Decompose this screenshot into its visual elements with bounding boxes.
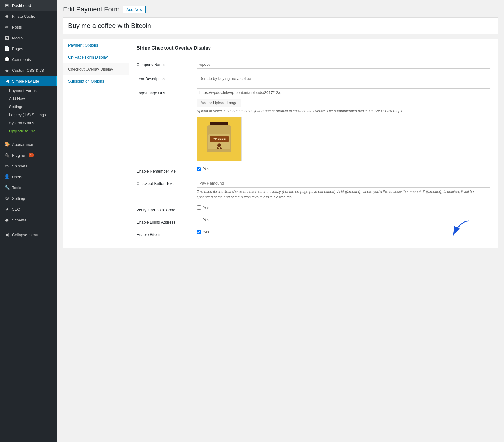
sidebar-item-appearance[interactable]: 🎨 Appearance — [0, 139, 57, 150]
settings-bottom-icon: ⚙ — [4, 196, 10, 201]
verify-zip-yes-label: Yes — [203, 205, 209, 210]
coffee-jar-svg: COFFEE — [201, 119, 237, 158]
svg-point-6 — [217, 147, 219, 149]
tab-on-page-form[interactable]: On-Page Form Display — [63, 51, 129, 63]
page-header: Edit Payment Form Add New — [63, 5, 498, 13]
collapse-icon: ◀ — [4, 232, 10, 237]
enable-billing-checkbox[interactable] — [197, 218, 201, 222]
remember-me-checkbox-row: Yes — [197, 167, 490, 171]
tab-payment-options[interactable]: Payment Options — [63, 39, 129, 51]
enable-billing-label: Enable Billing Address — [137, 218, 197, 224]
submenu-payment-forms[interactable]: Payment Forms — [0, 86, 57, 95]
company-name-row: Company Name — [137, 60, 490, 69]
plugins-badge: 5 — [29, 153, 34, 157]
seo-icon: ★ — [4, 206, 10, 212]
form-title-bar: Buy me a coffee with Bitcoin — [63, 17, 498, 34]
enable-remember-me-row: Enable Remember Me Yes — [137, 167, 490, 173]
item-description-input[interactable] — [197, 74, 490, 83]
sidebar-item-dashboard[interactable]: ⊞ Dashboard — [0, 0, 57, 11]
sidebar-item-settings-bottom[interactable]: ⚙ Settings — [0, 193, 57, 204]
sidebar-item-users[interactable]: 👤 Users — [0, 171, 57, 182]
sidebar-item-media[interactable]: 🖼 Media — [0, 32, 57, 43]
verify-zip-checkbox-row: Yes — [197, 205, 490, 210]
submenu-upgrade-to-pro[interactable]: Upgrade to Pro — [0, 127, 57, 135]
comments-icon: 💬 — [4, 57, 10, 62]
checkout-button-text-label: Checkout Button Text — [137, 179, 197, 186]
sidebar-item-simple-pay-lite[interactable]: 🖥 Simple Pay Lite — [0, 76, 57, 86]
sidebar-item-collapse-menu[interactable]: ◀ Collapse menu — [0, 229, 57, 240]
main-content: Edit Payment Form Add New Buy me a coffe… — [57, 0, 504, 442]
item-description-field — [197, 74, 490, 83]
checkout-button-text-input[interactable] — [197, 179, 490, 188]
item-description-label: Item Description — [137, 74, 197, 81]
add-new-button[interactable]: Add New — [123, 6, 146, 13]
tab-checkout-overlay[interactable]: Checkout Overlay Display — [63, 63, 129, 75]
tab-navigation: Payment Options On-Page Form Display Che… — [63, 39, 129, 248]
image-preview: COFFEE — [197, 117, 242, 161]
section-title: Stripe Checkout Overlay Display — [137, 45, 490, 54]
svg-rect-0 — [210, 122, 228, 125]
submenu-settings[interactable]: Settings — [0, 103, 57, 111]
svg-point-7 — [220, 147, 222, 149]
enable-remember-me-field: Yes — [197, 167, 490, 171]
company-name-input[interactable] — [197, 60, 490, 69]
upload-help-text: Upload or select a square image of your … — [197, 108, 490, 114]
enable-bitcoin-label: Enable Bitcoin — [137, 230, 197, 237]
sidebar-item-plugins[interactable]: 🔌 Plugins 5 — [0, 150, 57, 161]
checkout-button-help-text: Text used for the final checkout button … — [197, 189, 490, 200]
dashboard-icon: ⊞ — [4, 3, 10, 8]
svg-point-5 — [217, 143, 221, 147]
svg-text:COFFEE: COFFEE — [213, 137, 226, 141]
submenu-legacy-settings[interactable]: Legacy (1.6) Settings — [0, 111, 57, 119]
company-name-field — [197, 60, 490, 69]
verify-zip-field: Yes — [197, 205, 490, 210]
media-icon: 🖼 — [4, 35, 10, 41]
sidebar-item-pages[interactable]: 📄 Pages — [0, 43, 57, 54]
add-upload-image-button[interactable]: Add or Upload Image — [197, 99, 241, 107]
submenu-add-new[interactable]: Add New — [0, 95, 57, 103]
submenu-system-status[interactable]: System Status — [0, 119, 57, 127]
item-description-row: Item Description — [137, 74, 490, 83]
enable-remember-me-checkbox[interactable] — [197, 167, 201, 171]
checkout-button-text-row: Checkout Button Text Text used for the f… — [137, 179, 490, 200]
page-title: Edit Payment Form — [63, 5, 119, 13]
logo-image-field: Add or Upload Image Upload or select a s… — [197, 88, 490, 161]
enable-bitcoin-row: Enable Bitcoin Yes — [137, 230, 490, 237]
company-name-label: Company Name — [137, 60, 197, 67]
sidebar-item-custom-css[interactable]: ⊕ Custom CSS & JS — [0, 65, 57, 76]
pages-icon: 📄 — [4, 46, 10, 51]
plugins-icon: 🔌 — [4, 152, 10, 158]
tools-icon: 🔧 — [4, 185, 10, 190]
appearance-icon: 🎨 — [4, 142, 10, 147]
users-icon: 👤 — [4, 174, 10, 179]
sidebar-item-posts[interactable]: ✏ Posts — [0, 22, 57, 32]
sidebar-item-schema[interactable]: ◆ Schema — [0, 215, 57, 225]
tab-subscription-options[interactable]: Subscription Options — [63, 75, 129, 87]
sidebar-item-tools[interactable]: 🔧 Tools — [0, 182, 57, 193]
bitcoin-yes-label: Yes — [203, 230, 209, 234]
posts-icon: ✏ — [4, 24, 10, 30]
verify-zip-row: Verify Zip/Postal Code Yes — [137, 205, 490, 212]
sidebar-item-seo[interactable]: ★ SEO — [0, 204, 57, 215]
sidebar-item-kinsta-cache[interactable]: ◈ Kinsta Cache — [0, 11, 57, 22]
billing-yes-label: Yes — [203, 218, 209, 222]
snippets-icon: ✂ — [4, 163, 10, 169]
simple-pay-icon: 🖥 — [4, 78, 10, 84]
remember-me-yes-label: Yes — [203, 167, 209, 171]
verify-zip-checkbox[interactable] — [197, 205, 201, 210]
enable-remember-me-label: Enable Remember Me — [137, 167, 197, 173]
enable-bitcoin-checkbox[interactable] — [197, 230, 201, 234]
annotation-arrow — [436, 218, 472, 239]
form-title: Buy me a coffee with Bitcoin — [68, 22, 493, 30]
logo-image-input[interactable] — [197, 88, 490, 97]
sidebar-item-comments[interactable]: 💬 Comments — [0, 54, 57, 65]
sidebar: ⊞ Dashboard ◈ Kinsta Cache ✏ Posts 🖼 Med… — [0, 0, 57, 442]
tab-content-area: Stripe Checkout Overlay Display Company … — [129, 39, 498, 248]
logo-image-row: Logo/Image URL Add or Upload Image Uploa… — [137, 88, 490, 161]
kinsta-icon: ◈ — [4, 14, 10, 19]
schema-icon: ◆ — [4, 217, 10, 223]
checkout-button-text-field: Text used for the final checkout button … — [197, 179, 490, 200]
verify-zip-label: Verify Zip/Postal Code — [137, 205, 197, 212]
logo-image-label: Logo/Image URL — [137, 88, 197, 95]
sidebar-item-snippets[interactable]: ✂ Snippets — [0, 161, 57, 171]
